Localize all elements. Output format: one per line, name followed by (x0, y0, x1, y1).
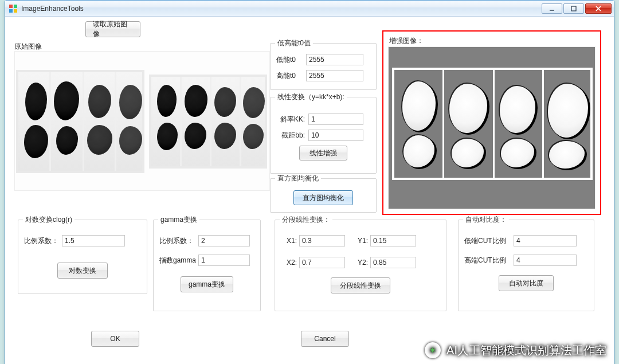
high-cut-input[interactable] (514, 255, 577, 266)
piecewise-group-legend: 分段线性变换： (280, 215, 332, 225)
histogram-group-legend: 直方图均衡化 (275, 174, 321, 183)
enhanced-image-pane (388, 46, 596, 209)
low-t0-label: 低能t0 (276, 55, 306, 65)
piecewise-group: 分段线性变换： X1: Y1: X2: Y2: 分段线性变换 (275, 220, 446, 311)
svg-rect-0 (9, 5, 13, 8)
x1-label: X1: (281, 237, 299, 245)
log-transform-group: 对数变换clog(r) 比例系数： 对数变换 (18, 220, 147, 294)
low-cut-input[interactable] (514, 235, 577, 246)
log-coef-label: 比例系数： (24, 236, 62, 246)
high-t0-input[interactable] (306, 70, 363, 81)
title-bar: ImageEnhanceTools (5, 1, 614, 17)
y2-input[interactable] (370, 257, 416, 268)
close-button[interactable] (585, 3, 612, 14)
gamma-group-legend: gamma变换 (158, 215, 199, 225)
original-image-pane (14, 51, 270, 191)
load-original-button[interactable]: 读取原始图像 (85, 21, 140, 37)
t0-group: 低高能t0值 低能t0 高能t0 (270, 43, 377, 90)
ok-button[interactable]: OK (91, 331, 139, 347)
auto-contrast-legend: 自动对比度： (463, 215, 509, 225)
main-window: ImageEnhanceTools 读取原始图像 原始图像 (5, 0, 614, 364)
x2-input[interactable] (299, 257, 345, 268)
maximize-button[interactable] (563, 3, 584, 14)
cancel-button[interactable]: Cancel (301, 331, 349, 347)
svg-rect-3 (14, 9, 17, 13)
auto-contrast-group: 自动对比度： 低端CUT比例 高端CUT比例 自动对比度 (458, 220, 594, 311)
enhanced-image-label: 增强图像： (389, 36, 424, 46)
t0-group-legend: 低高能t0值 (275, 38, 313, 48)
intercept-bb-input[interactable] (308, 130, 363, 141)
high-t0-label: 高能t0 (276, 71, 306, 81)
y2-label: Y2: (345, 259, 370, 267)
high-cut-label: 高端CUT比例 (464, 256, 514, 265)
y1-input[interactable] (370, 235, 416, 246)
window-body: 读取原始图像 原始图像 (5, 17, 614, 364)
gamma-transform-button[interactable]: gamma变换 (181, 276, 233, 292)
log-coef-input[interactable] (62, 235, 125, 246)
app-icon (9, 4, 18, 13)
svg-rect-2 (9, 9, 13, 13)
log-group-legend: 对数变换clog(r) (23, 215, 75, 225)
gamma-exp-input[interactable] (198, 255, 250, 266)
auto-contrast-button[interactable]: 自动对比度 (499, 275, 554, 291)
window-title: ImageEnhanceTools (21, 5, 540, 13)
slope-kk-input[interactable] (308, 113, 363, 125)
low-t0-input[interactable] (306, 54, 363, 65)
piecewise-transform-button[interactable]: 分段线性变换 (331, 277, 390, 293)
original-image-label: 原始图像 (14, 42, 42, 52)
histogram-group: 直方图均衡化 直方图均衡化 (270, 178, 377, 213)
linear-transform-group: 线性变换（y=kk*x+b): 斜率KK: 截距bb: 线性增强 (270, 97, 377, 174)
gamma-group: gamma变换 比例系数： 指数gamma gamma变换 (153, 220, 261, 311)
gamma-coef-label: 比例系数： (159, 236, 198, 246)
x2-label: X2: (281, 259, 299, 267)
slope-label: 斜率KK: (276, 115, 308, 124)
histogram-equalize-button[interactable]: 直方图均衡化 (293, 190, 353, 205)
svg-rect-5 (571, 6, 576, 11)
gamma-exp-label: 指数gamma (159, 256, 198, 265)
linear-group-legend: 线性变换（y=kk*x+b): (275, 92, 347, 102)
y1-label: Y1: (345, 237, 370, 245)
minimize-button[interactable] (542, 3, 562, 14)
low-cut-label: 低端CUT比例 (464, 236, 514, 246)
gamma-coef-input[interactable] (198, 235, 250, 246)
log-transform-button[interactable]: 对数变换 (57, 263, 108, 279)
intercept-label: 截距bb: (276, 131, 308, 140)
linear-enhance-button[interactable]: 线性增强 (299, 146, 347, 161)
x1-input[interactable] (299, 235, 345, 246)
svg-rect-1 (14, 5, 17, 8)
